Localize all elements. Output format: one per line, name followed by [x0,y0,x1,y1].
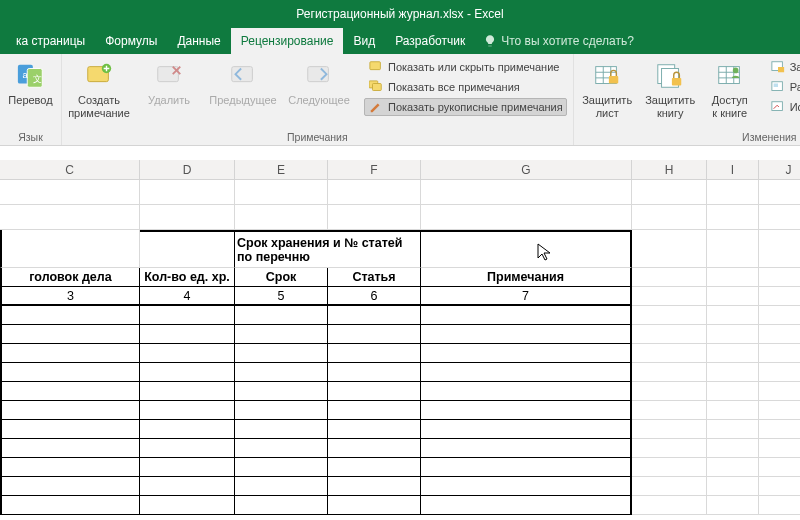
cell[interactable] [235,477,328,496]
cell[interactable] [759,205,800,230]
protect-sheet-button[interactable]: Защитить лист [580,58,635,119]
cell[interactable] [421,180,632,205]
cell[interactable] [707,458,759,477]
cell[interactable] [0,205,140,230]
cell[interactable]: 4 [140,287,235,306]
protect-workbook-button[interactable]: Защитить книгу [643,58,698,119]
cell[interactable] [235,180,328,205]
cell[interactable] [759,344,800,363]
cell[interactable] [140,382,235,401]
cell[interactable] [328,439,421,458]
cell[interactable] [632,287,707,306]
cell[interactable]: 7 [421,287,632,306]
cell[interactable] [759,268,800,287]
show-hide-comment-button[interactable]: Показать или скрыть примечание [364,58,567,76]
tab-data[interactable]: Данные [167,28,230,54]
cell[interactable]: Срок [235,268,328,287]
cell[interactable] [707,382,759,401]
tab-view[interactable]: Вид [343,28,385,54]
cell[interactable] [235,458,328,477]
cell[interactable] [759,287,800,306]
cell[interactable] [421,306,632,325]
cell[interactable] [632,458,707,477]
cell[interactable] [707,344,759,363]
cell[interactable] [0,325,140,344]
cell[interactable] [632,268,707,287]
cell[interactable] [632,180,707,205]
cell[interactable] [759,180,800,205]
cell[interactable]: Кол-во ед. хр. [140,268,235,287]
cell[interactable] [421,325,632,344]
cell[interactable] [328,363,421,382]
cell[interactable] [421,205,632,230]
cell[interactable]: 6 [328,287,421,306]
cell[interactable] [328,401,421,420]
cell[interactable] [328,382,421,401]
cell[interactable] [632,230,707,268]
cell[interactable] [0,306,140,325]
cell[interactable] [328,306,421,325]
cell[interactable] [759,458,800,477]
cell[interactable] [632,205,707,230]
cell[interactable] [759,477,800,496]
cell[interactable] [235,306,328,325]
cell[interactable] [632,420,707,439]
cell[interactable] [759,420,800,439]
cell[interactable] [235,205,328,230]
cell[interactable] [0,344,140,363]
new-comment-button[interactable]: Создать примечание [68,58,130,119]
cell[interactable] [0,477,140,496]
cell[interactable] [328,180,421,205]
cell[interactable] [140,325,235,344]
column-header[interactable]: C [0,160,140,179]
column-header[interactable]: D [140,160,235,179]
cell[interactable] [328,325,421,344]
column-header[interactable]: J [759,160,800,179]
protect-and-share-button[interactable]: Защитить книгу и дать общий д [766,58,800,76]
cell[interactable] [235,344,328,363]
cell[interactable]: Срок хранения и № статей по перечню [235,230,421,268]
cell[interactable] [759,401,800,420]
cell[interactable] [759,382,800,401]
cell[interactable] [632,496,707,515]
cell[interactable] [707,205,759,230]
cell[interactable] [632,477,707,496]
cell[interactable] [421,477,632,496]
column-header[interactable]: F [328,160,421,179]
cell[interactable] [328,458,421,477]
next-comment-button[interactable]: Следующее [286,58,352,107]
cell[interactable] [707,401,759,420]
tab-developer[interactable]: Разработчик [385,28,475,54]
cell[interactable] [328,344,421,363]
spreadsheet[interactable]: BCDEFGHIJ Срок хранения и № статей по пе… [0,146,800,520]
cell[interactable] [140,180,235,205]
cell[interactable] [632,401,707,420]
cell[interactable] [328,496,421,515]
cell[interactable] [140,363,235,382]
cell[interactable] [707,477,759,496]
cell[interactable] [759,325,800,344]
cell[interactable] [632,325,707,344]
cell[interactable]: Статья [328,268,421,287]
cell[interactable] [759,230,800,268]
cell[interactable] [235,382,328,401]
cell[interactable] [235,496,328,515]
cell[interactable] [707,230,759,268]
cell[interactable] [759,363,800,382]
tab-page-layout[interactable]: ка страницы [6,28,95,54]
cell[interactable] [140,306,235,325]
track-changes-button[interactable]: Исправления ▾ [766,98,800,116]
cell[interactable]: 3 [0,287,140,306]
cell[interactable] [140,230,235,268]
column-header[interactable]: E [235,160,328,179]
cell[interactable] [0,363,140,382]
tab-formulas[interactable]: Формулы [95,28,167,54]
cell[interactable] [707,363,759,382]
cell[interactable] [421,458,632,477]
cell[interactable] [235,420,328,439]
show-all-comments-button[interactable]: Показать все примечания [364,78,567,96]
cell[interactable]: 5 [235,287,328,306]
cell[interactable] [707,180,759,205]
cell[interactable] [421,382,632,401]
cell[interactable] [235,401,328,420]
